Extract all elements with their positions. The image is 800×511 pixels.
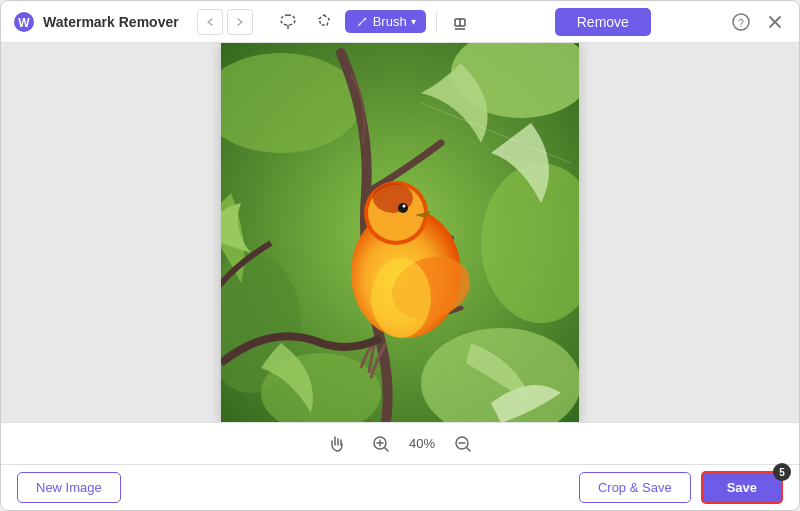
bird-scene-image — [221, 43, 579, 422]
crop-save-button[interactable]: Crop & Save — [579, 472, 691, 503]
polygon-tool-button[interactable] — [309, 8, 339, 36]
svg-point-23 — [403, 204, 406, 207]
eraser-tool-button[interactable] — [447, 8, 477, 36]
svg-line-30 — [385, 448, 388, 451]
footer-bar: New Image Crop & Save Save 5 — [1, 464, 799, 510]
remove-button[interactable]: Remove — [555, 8, 651, 36]
lasso-tool-button[interactable] — [273, 8, 303, 36]
titlebar: W Watermark Remover — [1, 1, 799, 43]
app-title: Watermark Remover — [43, 14, 179, 30]
svg-point-24 — [371, 258, 431, 338]
save-button[interactable]: Save — [701, 471, 783, 504]
app-logo-icon: W — [13, 11, 35, 33]
nav-arrows — [197, 9, 253, 35]
zoom-in-button[interactable] — [368, 431, 394, 457]
svg-point-22 — [398, 203, 408, 213]
brush-chevron-icon: ▾ — [411, 16, 416, 27]
toolbar-divider — [436, 12, 437, 32]
zoom-out-button[interactable] — [450, 431, 476, 457]
svg-line-33 — [467, 448, 470, 451]
save-button-wrapper: Save 5 — [701, 471, 783, 504]
brush-tool-button[interactable]: Brush ▾ — [345, 10, 426, 33]
undo-button[interactable] — [197, 9, 223, 35]
toolbar-tools: Brush ▾ — [273, 8, 477, 36]
help-button[interactable]: ? — [729, 10, 753, 34]
redo-button[interactable] — [227, 9, 253, 35]
titlebar-left: W Watermark Remover — [13, 8, 477, 36]
footer-right: Crop & Save Save 5 — [579, 471, 783, 504]
zoom-bar: 40% — [1, 422, 799, 464]
svg-text:?: ? — [738, 17, 744, 28]
new-image-button[interactable]: New Image — [17, 472, 121, 503]
image-container — [221, 43, 579, 422]
save-badge: 5 — [773, 463, 791, 481]
brush-label: Brush — [373, 14, 407, 29]
zoom-level: 40% — [404, 436, 440, 451]
main-area — [1, 43, 799, 422]
hand-tool-button[interactable] — [324, 431, 350, 457]
svg-text:W: W — [18, 15, 30, 29]
window-controls: ? — [729, 10, 787, 34]
close-button[interactable] — [763, 10, 787, 34]
